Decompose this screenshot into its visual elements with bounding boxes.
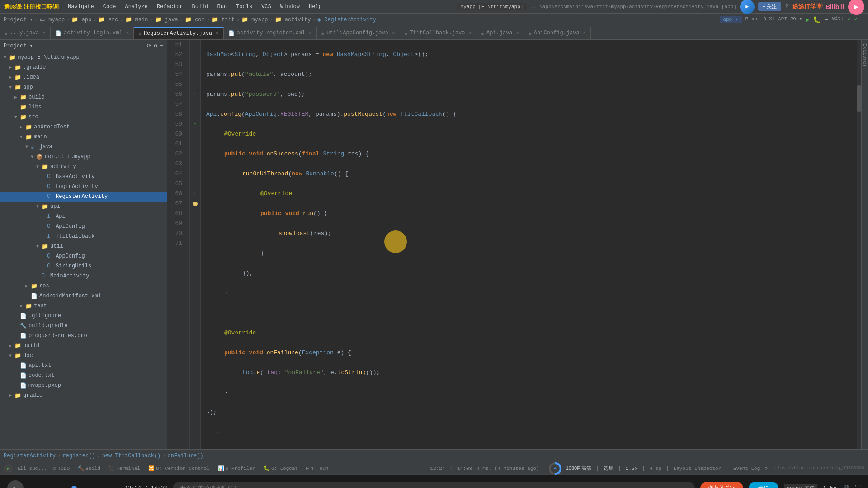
tree-loginactivity[interactable]: C LoginActivity [0,182,167,192]
bottom-nav-registeractivity[interactable]: RegisterActivity [4,453,56,459]
tree-src[interactable]: ▼ 📁 src [0,112,167,122]
tree-registeractivity[interactable]: C RegisterActivity [0,192,167,202]
bc-src[interactable]: 📁 src [98,16,118,23]
tab-activity-login[interactable]: 📄 activity_login.xml × [51,27,134,39]
tree-apitxt[interactable]: 📄 api.txt [0,361,167,371]
tab-apiconfig[interactable]: ☕ ApiConfig.java × [524,27,591,39]
bottom-nav-onfailure[interactable]: onFailure() [167,453,203,459]
zoom-label[interactable]: 1.5x [626,466,637,471]
menu-window[interactable]: Window [278,3,302,11]
todo-btn[interactable]: ☑ TODO [52,465,71,472]
speed-label[interactable]: 1.5x [823,485,837,488]
code-scroll[interactable]: 51 52 53 54 55 56 57 58 59 60 61 62 63 6… [167,40,861,449]
tree-test[interactable]: ▶ 📁 test [0,301,167,311]
progress-handle[interactable] [71,486,77,488]
menu-tools[interactable]: Tools [234,3,254,11]
scroll-indicator[interactable] [857,40,861,449]
bc-run-icon[interactable]: ▶ [806,16,809,23]
tree-util-folder[interactable]: ▼ 📁 util [0,241,167,251]
follow-button[interactable]: + 关注 [758,2,781,11]
tree-androidtest[interactable]: ▶ 📁 androidTest [0,122,167,132]
project-selector[interactable]: myapp [E:\ttit\myapp] [457,3,527,10]
tree-myapp[interactable]: ▼ 📁 myapp E:\ttit\myapp [0,52,167,62]
tab-close[interactable]: × [516,30,519,36]
bottom-nav-register[interactable]: register() [62,453,95,459]
tree-gradle2[interactable]: ▶ 📁 gradle [0,390,167,400]
tree-gradle[interactable]: ▶ 📁 .gradle [0,62,167,72]
tab-register-activity[interactable]: ☕ RegisterActivity.java × [134,27,223,39]
fullscreen-icon[interactable]: ⛶ [855,485,861,488]
bc-coverage-icon[interactable]: ☂ [824,16,828,23]
tree-proguard[interactable]: 📄 proguard-rules.pro [0,331,167,341]
tab-activity-register[interactable]: 📄 activity_register.xml × [224,27,317,39]
tab-close[interactable]: × [469,30,472,36]
tree-build[interactable]: ▶ 📁 build [0,92,167,102]
tab-ttitcallback[interactable]: ☕ TtitCallback.java × [400,27,477,39]
bc-git-more[interactable]: ⋯ [861,16,864,23]
tab-close[interactable]: × [42,30,46,36]
bc-myapp2[interactable]: 📁 myapp [241,16,268,23]
code-content[interactable]: HashMap<String, Object> params = new Has… [201,40,857,449]
bc-git-branch[interactable]: ✓ [854,16,858,23]
settings-icon[interactable]: ⚙ [154,42,157,49]
menu-vcs[interactable]: VCS [259,3,273,11]
bc-ttit[interactable]: 📁 ttit [212,16,235,23]
bottom-nav-ttitcallback[interactable]: new TtitCallback() [102,453,161,459]
right-tab-explorer[interactable]: Explorer [861,40,868,71]
help-icon[interactable]: ? [785,4,788,10]
tab-close[interactable]: × [392,30,395,36]
tree-appconfig[interactable]: C AppConfig [0,251,167,261]
tree-api[interactable]: I Api [0,211,167,221]
menu-build[interactable]: Build [190,3,210,11]
bc-app-btn[interactable]: app ▾ [720,16,742,23]
tree-codetxt[interactable]: 📄 code.txt [0,371,167,380]
tab-close[interactable]: × [309,30,312,36]
terminal-btn[interactable]: ⬛ Terminal [107,465,142,472]
tree-myapppxcp[interactable]: 📄 myapp.pxcp [0,380,167,390]
bc-com[interactable]: 📁 com [185,16,205,23]
bc-debug-icon[interactable]: 🐛 [813,16,821,23]
tree-apiconfig[interactable]: C ApiConfig [0,221,167,231]
tree-res[interactable]: ▶ 📁 res [0,281,167,291]
tab-close[interactable]: × [126,30,129,36]
tab-close[interactable]: × [583,30,586,36]
settings-gear-icon[interactable]: ⚙ [764,465,768,471]
bilibili-avatar[interactable]: ▶ [848,0,864,15]
menu-analyze[interactable]: Analyze [123,3,150,11]
profiler-btn[interactable]: 📊 0 Profiler [216,465,257,472]
tree-build2[interactable]: ▶ 📁 build [0,341,167,351]
run-btn[interactable]: ▶ 4: Run [304,465,330,472]
media-play-button[interactable]: ▶ [7,480,24,488]
tree-idea[interactable]: ▶ 📁 .idea [0,72,167,82]
menu-navigate[interactable]: Navigate [66,3,96,11]
tree-app[interactable]: ▼ 📁 app [0,82,167,92]
version-control-btn[interactable]: 🔀 9: Version Control [146,465,212,472]
layout-inspector-btn[interactable]: Layout Inspector [674,466,722,471]
tree-gitignore[interactable]: 📄 .gitignore [0,311,167,321]
tab-api[interactable]: ☕ Api.java × [476,27,524,39]
tree-java[interactable]: ▼ ☕ java [0,142,167,152]
tab-y-java[interactable]: ☕ ...y.java × [0,27,51,39]
menu-help[interactable]: Help [307,3,324,11]
bc-activity[interactable]: 📁 activity [275,16,311,23]
select-label[interactable]: 选集 [604,465,613,472]
menu-refactor[interactable]: Refactor [155,3,185,11]
tree-androidmanifest[interactable]: 📄 AndroidManifest.xml [0,291,167,301]
play-button[interactable]: ▶ [4,464,13,473]
tree-doc[interactable]: ▼ 📁 doc [0,351,167,361]
event-log-btn[interactable]: Event Log [733,466,760,471]
gear-icon[interactable]: — [160,42,163,49]
tree-ttitcallback[interactable]: I TtitCallback [0,231,167,241]
tree-activity-folder[interactable]: ▼ 📁 activity [0,162,167,172]
menu-bar[interactable]: Navigate Code Analyze Refactor Build Run… [66,3,324,11]
bc-java[interactable]: 📁 java [155,16,178,23]
tree-api-folder[interactable]: ▼ 📁 api [0,202,167,211]
bc-device-btn[interactable]: Pixel 3 XL API 29 ▾ [745,16,802,23]
scroll-thumb[interactable] [857,85,861,112]
danmaku-input[interactable]: 发个友善的弹幕吧当下 [173,482,695,488]
bc-registeractivity[interactable]: ◉ RegisterActivity [318,16,377,23]
tree-baseactivity[interactable]: C BaseActivity [0,172,167,182]
resolution-label[interactable]: 1080P 高清 [566,465,592,472]
logcat-btn[interactable]: 🐛 6: Logcat [262,465,300,472]
breadcrumb-project[interactable]: Project ▾ [4,16,33,23]
